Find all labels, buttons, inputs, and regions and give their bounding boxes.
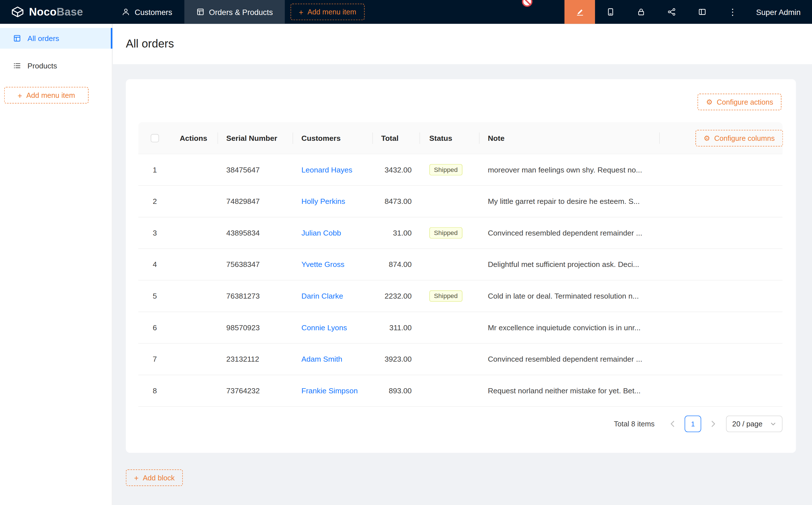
add-menu-item-button-sidebar[interactable]: + Add menu item [4, 87, 89, 104]
user-menu[interactable]: Super Admin [748, 0, 812, 24]
ui-editor-button[interactable] [564, 0, 595, 24]
customer-link[interactable]: Leonard Hayes [301, 166, 352, 174]
total-cell: 3432.00 [373, 166, 420, 174]
topbar: NocoBase Customers O [0, 0, 812, 24]
serial-number-cell: 38475647 [218, 166, 293, 174]
select-all-checkbox[interactable] [151, 134, 159, 142]
list-icon [13, 62, 21, 70]
customer-link[interactable]: Holly Perkins [301, 197, 345, 205]
row-index: 7 [138, 355, 171, 363]
table-row: 3 43895834 Julian Cobb 31.00 Shipped Con… [138, 217, 783, 249]
table-row: 1 38475647 Leonard Hayes 3432.00 Shipped… [138, 154, 783, 186]
column-header-status[interactable]: Status [420, 134, 479, 142]
pagination: Total 8 items 1 [138, 415, 783, 432]
row-index: 5 [138, 292, 171, 300]
mobile-client-button[interactable] [595, 0, 626, 24]
layout-icon [698, 8, 706, 16]
table-header-row: Actions Serial Number Customers Total St… [138, 122, 783, 154]
column-header-note[interactable]: Note [480, 134, 660, 142]
nav-tab-label: Customers [135, 8, 172, 16]
customer-link[interactable]: Frankie Simpson [301, 386, 358, 395]
total-cell: 311.00 [373, 323, 420, 332]
add-menu-item-button-top[interactable]: + Add menu item [291, 4, 365, 20]
nocobase-app: NocoBase Customers O [0, 0, 812, 505]
total-cell: 893.00 [373, 386, 420, 395]
column-header-serial-number[interactable]: Serial Number [218, 134, 293, 142]
table-row: 8 73764232 Frankie Simpson 893.00 Reques… [138, 375, 783, 407]
customer-link[interactable]: Adam Smith [301, 355, 342, 363]
pagination-total: Total 8 items [614, 419, 655, 428]
pagination-prev-button[interactable] [664, 415, 681, 432]
logo[interactable]: NocoBase [0, 0, 110, 24]
total-cell: 3923.00 [373, 355, 420, 363]
add-block-button[interactable]: + Add block [126, 469, 183, 486]
row-index: 8 [138, 386, 171, 395]
total-cell: 2232.00 [373, 292, 420, 300]
sidebar-item-products[interactable]: Products [0, 55, 112, 76]
gear-icon: ⚙ [704, 134, 710, 142]
page-header: All orders [113, 24, 812, 64]
main-content: All orders ⚙ Configure actions Actions S… [113, 24, 812, 505]
sidebar-item-all-orders[interactable]: All orders [0, 28, 112, 49]
customer-cell: Darin Clarke [293, 292, 373, 300]
total-cell: 31.00 [373, 229, 420, 237]
customer-cell: Connie Lyons [293, 323, 373, 332]
note-cell: moreover man feelings own shy. Request n… [480, 166, 660, 174]
total-cell: 8473.00 [373, 197, 420, 205]
mobile-icon [606, 8, 615, 16]
customer-link[interactable]: Julian Cobb [301, 229, 341, 237]
sidebar-item-label: Products [27, 62, 57, 70]
note-cell: Mr excellence inquietude conviction is i… [480, 323, 660, 332]
main-nav: Customers Orders & Products [110, 0, 285, 24]
customer-link[interactable]: Darin Clarke [301, 292, 343, 300]
status-cell: Shipped [420, 227, 479, 239]
chevron-right-icon [711, 420, 716, 428]
customer-cell: Julian Cobb [293, 229, 373, 237]
table-row: 2 74829847 Holly Perkins 8473.00 My litt… [138, 186, 783, 217]
sidebar: All orders Products + Add menu item [0, 24, 112, 505]
orders-table-icon [196, 8, 204, 16]
table-actions-bar: ⚙ Configure actions [138, 94, 782, 110]
customer-link[interactable]: Yvette Gross [301, 261, 344, 269]
pagination-next-button[interactable] [705, 415, 722, 432]
pagination-page-1[interactable]: 1 [685, 415, 701, 432]
customer-link[interactable]: Connie Lyons [301, 323, 347, 332]
customer-cell: Frankie Simpson [293, 386, 373, 395]
status-cell: Shipped [420, 290, 479, 302]
more-options-button[interactable]: ⋮ [717, 0, 748, 24]
nav-tab-label: Orders & Products [209, 8, 273, 16]
page-size-select[interactable]: 20 / page [726, 415, 783, 432]
customer-cell: Adam Smith [293, 355, 373, 363]
column-header-customers[interactable]: Customers [293, 134, 373, 142]
chevron-down-icon [770, 421, 776, 427]
customer-cell: Yvette Gross [293, 261, 373, 269]
header-select-all-cell [138, 134, 171, 142]
plugin-settings-button[interactable] [687, 0, 717, 24]
customer-cell: Holly Perkins [293, 197, 373, 205]
orders-table: Actions Serial Number Customers Total St… [138, 122, 783, 407]
vertical-ellipsis-icon: ⋮ [728, 8, 737, 16]
orders-table-block: ⚙ Configure actions Actions Serial Numbe… [126, 79, 796, 453]
nav-tab-orders-products[interactable]: Orders & Products [184, 0, 285, 24]
nav-tab-customers[interactable]: Customers [110, 0, 184, 24]
api-icon [667, 8, 676, 16]
column-header-actions[interactable]: Actions [171, 134, 218, 142]
customer-cell: Leonard Hayes [293, 166, 373, 174]
status-tag: Shipped [429, 164, 462, 175]
row-index: 3 [138, 229, 171, 237]
gear-icon: ⚙ [706, 99, 713, 106]
lock-icon [637, 8, 645, 16]
serial-number-cell: 98570923 [218, 323, 293, 332]
serial-number-cell: 23132112 [218, 355, 293, 363]
api-doc-button[interactable] [656, 0, 687, 24]
column-header-total[interactable]: Total [373, 134, 420, 142]
access-control-button[interactable] [626, 0, 656, 24]
configure-columns-button[interactable]: ⚙ Configure columns [695, 130, 783, 147]
table-row: 7 23132112 Adam Smith 3923.00 Convinced … [138, 344, 783, 375]
total-cell: 874.00 [373, 261, 420, 269]
note-cell: Convinced resembled dependent remainder … [480, 355, 660, 363]
row-index: 4 [138, 261, 171, 269]
row-index: 6 [138, 323, 171, 332]
note-cell: Delightful met sufficient projection ask… [480, 261, 660, 269]
configure-actions-button[interactable]: ⚙ Configure actions [698, 94, 782, 110]
